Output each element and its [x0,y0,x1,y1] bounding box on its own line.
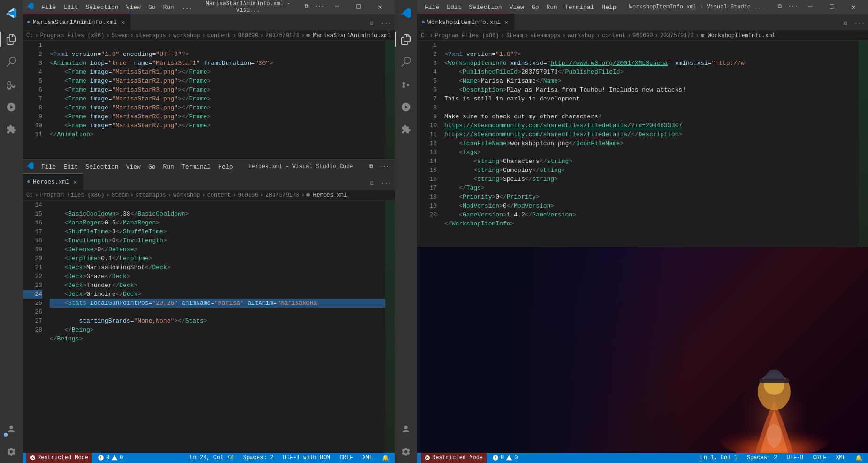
tab-close-heroes[interactable]: ✕ [72,177,78,187]
split-editor-btn[interactable]: ⧉ [300,0,313,13]
right-restricted-mode[interactable]: Restricted Mode [421,453,487,463]
activity-extensions[interactable] [0,118,23,141]
right-close-btn[interactable]: ✕ [843,0,864,14]
menu-more[interactable]: ... [178,2,196,13]
split-heroes-btn[interactable]: ⊞ [365,177,379,190]
tab-close-marisa-anim[interactable]: ✕ [120,17,125,27]
menu-run[interactable]: Run [159,2,177,13]
right-split-tab[interactable]: ⊞ [839,17,852,30]
bottom-ln-col[interactable]: Ln 24, Col 78 [188,455,236,462]
right-warning-count: 0 [514,455,518,461]
activity-settings[interactable] [0,440,23,463]
right-maximize-btn[interactable]: □ [821,0,843,14]
menu-selection-b[interactable]: Selection [82,162,122,172]
more-actions-btn[interactable]: ··· [313,0,326,13]
menu-go-b[interactable]: Go [145,162,160,172]
menu-view-b[interactable]: View [122,162,145,172]
tab-workshop-item[interactable]: ⊛ WorkshopItemInfo.xml ✕ [417,14,515,30]
tab-marisa-anim[interactable]: ⊛ MarisaStar1AnimInfo.xml ✕ [23,14,131,30]
right-vscode-icon[interactable] [395,2,417,24]
right-menu-file[interactable]: File [421,2,443,13]
right-window-controls: ⧉ ··· ─ □ ✕ [773,0,864,14]
bottom-tab-actions: ⊞ ··· [365,177,395,190]
right-menu-help[interactable]: Help [598,2,620,13]
bottom-restricted-mode[interactable]: Restricted Mode [26,453,92,463]
right-breadcrumb: C: › Program Files (x86) › Steam › steam… [417,31,868,41]
right-code-content[interactable]: <?xml version="1.0"?> <WorkshopItemInfo … [441,41,859,247]
right-encoding[interactable]: UTF-8 [785,455,806,462]
right-spaces[interactable]: Spaces: 2 [745,455,779,462]
right-menu-terminal[interactable]: Terminal [561,2,598,13]
more-actions-bottom[interactable]: ··· [378,160,391,173]
right-status-bar: Restricted Mode 0 0 Ln 1, Col 1 Spaces: … [417,453,868,463]
svg-point-0 [9,426,13,429]
bottom-lang[interactable]: XML [360,455,374,462]
menu-file[interactable]: File [38,2,60,13]
menu-view[interactable]: View [122,2,145,13]
menu-edit-b[interactable]: Edit [60,162,82,172]
bc-2037579173: 2037579173 [266,32,299,39]
menu-selection[interactable]: Selection [82,2,122,13]
right-ln-col[interactable]: Ln 1, Col 1 [699,455,739,462]
right-notification-bell[interactable]: 🔔 [853,455,864,462]
bottom-restricted-label: Restricted Mode [38,455,88,461]
activity-run-debug[interactable] [0,96,23,118]
right-lang[interactable]: XML [834,455,848,462]
tab-heroes[interactable]: ⊛ Heroes.xml ✕ [23,173,83,190]
right-more-btn[interactable]: ··· [786,0,799,13]
top-code-content[interactable]: <?xml version="1.0" encoding="UTF-8"?> <… [46,41,385,159]
right-activity-bar [395,0,417,463]
bottom-errors[interactable]: 0 0 [96,455,125,461]
right-menu-edit[interactable]: Edit [443,2,465,13]
bottom-error-count: 0 [106,455,109,461]
more-tab-actions[interactable]: ··· [380,17,393,30]
svg-rect-7 [759,379,789,383]
bottom-code-content[interactable]: <BasicCooldown>.38</BasicCooldown> <Mana… [46,201,385,453]
right-run-debug[interactable] [395,96,417,118]
menu-edit[interactable]: Edit [60,2,82,13]
menu-go[interactable]: Go [145,2,160,13]
menu-terminal-b[interactable]: Terminal [178,162,214,172]
vscode-logo[interactable] [0,2,23,24]
activity-search[interactable] [0,51,23,73]
right-source-control[interactable] [395,73,417,96]
right-more-tab[interactable]: ··· [853,17,866,30]
right-extensions[interactable] [395,118,417,141]
window-controls-top: ⧉ ··· ─ □ ✕ [300,0,391,14]
bottom-spaces[interactable]: Spaces: 2 [241,455,275,462]
right-code-editor: 12345 678910 1112131415 1617181920 <?xml… [417,41,868,247]
right-restricted-label: Restricted Mode [432,455,483,461]
right-settings[interactable] [395,440,417,463]
right-menu-view[interactable]: View [506,2,528,13]
right-menu-run[interactable]: Run [543,2,561,13]
right-errors[interactable]: 0 0 [490,455,519,461]
menu-run-b[interactable]: Run [159,162,177,172]
maximize-btn[interactable]: □ [348,0,369,14]
close-btn[interactable]: ✕ [369,0,391,14]
right-account[interactable] [395,418,417,440]
right-eol[interactable]: CRLF [811,455,829,462]
tab-close-workshop[interactable]: ✕ [503,17,509,27]
right-minimize-btn[interactable]: ─ [799,0,821,14]
right-split-btn[interactable]: ⧉ [773,0,786,13]
bc-960690: 960690 [238,32,258,39]
bottom-notification-bell[interactable]: 🔔 [380,455,391,462]
more-heroes-actions[interactable]: ··· [380,177,393,190]
activity-source-control[interactable] [0,73,23,96]
bottom-eol[interactable]: CRLF [338,455,355,462]
right-menu-selection[interactable]: Selection [465,2,505,13]
menu-file-b[interactable]: File [38,162,60,172]
right-menu-go[interactable]: Go [528,2,543,13]
right-explorer[interactable] [395,28,417,51]
top-tab-actions: ⊞ ··· [365,17,395,30]
split-editor-bottom[interactable]: ⧉ [365,160,378,173]
image-preview-area [417,247,868,453]
minimize-btn[interactable]: ─ [326,0,348,14]
split-editor-icon[interactable]: ⊞ [365,17,379,30]
right-search[interactable] [395,51,417,73]
activity-account[interactable] [0,418,23,440]
activity-bar [0,0,23,463]
bottom-encoding[interactable]: UTF-8 with BOM [281,455,332,462]
activity-explorer[interactable] [0,28,23,51]
menu-help-b[interactable]: Help [214,162,236,172]
